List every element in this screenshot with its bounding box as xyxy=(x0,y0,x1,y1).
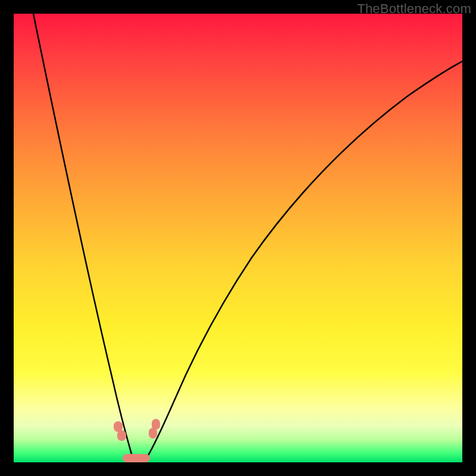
bottleneck-curve xyxy=(14,14,462,462)
chart-plot-area xyxy=(14,14,462,462)
marker-right-lower xyxy=(149,428,157,439)
watermark-text: TheBottleneck.com xyxy=(357,1,471,17)
marker-bottom-bar xyxy=(123,454,150,462)
marker-left-lower xyxy=(117,430,126,441)
curve-left-branch xyxy=(33,14,135,461)
curve-right-branch xyxy=(145,61,462,461)
